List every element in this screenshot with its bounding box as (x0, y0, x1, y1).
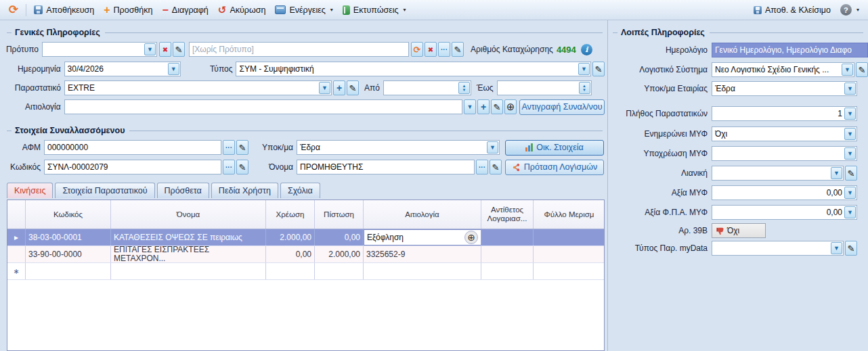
help-button[interactable]: ?▾ (836, 2, 864, 18)
column-header-name[interactable]: Όνομα (111, 200, 266, 229)
cell-code[interactable]: 33-90-00-0000 (26, 246, 111, 262)
myf-value-input[interactable]: 0,00▼ (712, 185, 857, 200)
chevron-down-icon[interactable]: ▼ (319, 82, 330, 94)
cell-credit[interactable] (315, 263, 364, 279)
copy-counterparty-button[interactable]: Αντιγραφή Συναλ/νου (519, 99, 605, 115)
retail-combobox[interactable]: ▼ (712, 166, 844, 181)
type-combobox[interactable]: ΣΥΜ - Συμψηφιστική▼ (236, 62, 591, 76)
cell-contra[interactable] (481, 263, 534, 279)
document-combobox[interactable]: EXTRE▼ (64, 80, 332, 95)
delete-button[interactable]: −Διαγραφή (157, 3, 213, 17)
reason-input[interactable] (64, 99, 462, 114)
myf-updates-combobox[interactable]: Όχι▼ (712, 126, 857, 141)
chevron-down-icon[interactable]: ▼ (844, 187, 856, 199)
edit-name-button[interactable]: ✎ (490, 160, 502, 174)
edit-accounting-system-button[interactable]: ✎ (856, 62, 868, 77)
chevron-down-icon[interactable]: ▼ (842, 64, 853, 76)
cell-sheet[interactable] (534, 263, 605, 279)
table-row[interactable]: ▸ 38-03-00-0001 ΚΑΤΑΘΕΣΕΙΣ ΟΨΕΩΣ ΣΕ πειρ… (7, 229, 604, 246)
add-document-button[interactable]: + (333, 80, 345, 95)
cell-contra[interactable] (481, 246, 534, 262)
doc-count-input[interactable]: 1▼ (712, 106, 857, 121)
cell-debit[interactable] (266, 263, 315, 279)
column-header-code[interactable]: Κωδικός (26, 200, 111, 229)
myf-vat-input[interactable]: 0,00▼ (712, 205, 857, 220)
cell-credit[interactable]: 0,00 (315, 229, 364, 245)
branch-combobox[interactable]: Έδρα▼ (297, 140, 500, 155)
cancel-button[interactable]: ↺Ακύρωση (213, 3, 271, 17)
journal-field[interactable]: Γενικό Ημερολόγιο, Ημερολόγιο Διαφο (712, 43, 868, 57)
template-combobox[interactable]: ▼ (42, 42, 157, 57)
chevron-down-icon[interactable]: ▼ (831, 242, 842, 254)
new-row[interactable]: ∗ (7, 263, 604, 280)
info-icon[interactable]: i (581, 44, 592, 55)
chevron-down-icon[interactable]: ▼ (168, 63, 179, 75)
edit-template-button[interactable]: ✎ (173, 42, 185, 57)
browse-code-button[interactable]: ··· (223, 160, 235, 174)
edit-mydata-type-button[interactable]: ✎ (845, 241, 857, 256)
tab-movements[interactable]: Κινήσεις (7, 183, 53, 198)
column-header-credit[interactable]: Πίστωση (315, 200, 364, 229)
clear-button[interactable]: ✖ (425, 42, 437, 57)
actions-menu-button[interactable]: Ενέργειες▾ (270, 3, 337, 17)
cell-reason-editing[interactable]: Εξόφληση⊕ (364, 229, 481, 245)
edit-button[interactable]: ✎ (452, 42, 464, 57)
chevron-down-icon[interactable]: ▼ (844, 128, 856, 140)
globe-icon[interactable]: ⊕ (504, 99, 517, 114)
refresh-template-button[interactable]: ⟳ (411, 42, 423, 57)
column-header-debit[interactable]: Χρέωση (266, 200, 315, 229)
edit-document-button[interactable]: ✎ (347, 80, 359, 95)
date-picker[interactable]: 30/4/2026▼ (64, 62, 181, 76)
clear-template-button[interactable]: ✖ (159, 42, 171, 57)
refresh-button[interactable]: ⟳ (4, 3, 23, 18)
cell-reason[interactable]: 3325652-9 (364, 246, 481, 262)
globe-icon[interactable]: ⊕ (464, 231, 478, 244)
cell-credit[interactable]: 2.000,00 (315, 246, 364, 262)
cell-name[interactable]: ΚΑΤΑΘΕΣΕΙΣ ΟΨΕΩΣ ΣΕ πειραιως (111, 229, 266, 245)
prints-menu-button[interactable]: Εκτυπώσεις▾ (338, 3, 411, 17)
chevron-down-icon[interactable]: ▼ (487, 141, 498, 154)
cell-code[interactable]: 38-03-00-0001 (26, 229, 111, 245)
chevron-down-icon[interactable]: ▼ (831, 167, 842, 179)
tab-user-fields[interactable]: Πεδία Χρήστη (211, 183, 278, 198)
counterparty-code-input[interactable]: ΣΥΝΛ-00002079 (44, 160, 221, 174)
name-input[interactable]: ΠΡΟΜΗΘΕΥΤΗΣ (297, 160, 475, 174)
browse-button[interactable]: ··· (438, 42, 450, 57)
chevron-down-icon[interactable]: ▼ (844, 147, 856, 160)
tab-additional[interactable]: Πρόσθετα (157, 183, 209, 198)
edit-retail-button[interactable]: ✎ (845, 166, 857, 181)
column-header-reason[interactable]: Αιτιολογία (364, 200, 481, 229)
spinner-icon[interactable]: ▲▼ (579, 82, 590, 94)
edit-code-button[interactable]: ✎ (236, 160, 248, 174)
browse-name-button[interactable]: ··· (476, 160, 488, 174)
edit-reason-button[interactable]: ✎ (491, 99, 503, 114)
to-input[interactable]: ▲▼ (497, 80, 592, 95)
save-button[interactable]: Αποθήκευση (29, 3, 99, 17)
edit-type-button[interactable]: ✎ (592, 62, 605, 76)
table-row[interactable]: 33-90-00-0000 ΕΠΙΤΑΓΕΣ ΕΙΣΠΡΑΚΤΕΕΣ ΜΕΤΑΧ… (7, 246, 604, 263)
cell-sheet[interactable] (534, 246, 605, 262)
column-header-allocation-sheet[interactable]: Φύλλο Μερισμ (534, 200, 605, 229)
cell-name[interactable] (111, 263, 266, 279)
cell-debit[interactable]: 0,00 (266, 246, 315, 262)
myf-obligation-combobox[interactable]: ▼ (712, 146, 857, 161)
cell-sheet[interactable] (534, 229, 605, 245)
cell-debit[interactable]: 2.000,00 (266, 229, 315, 245)
financial-data-button[interactable]: Οικ. Στοιχεία (505, 140, 604, 156)
tab-document-details[interactable]: Στοιχεία Παραστατικού (55, 183, 154, 198)
entries-grid[interactable]: Κωδικός Όνομα Χρέωση Πίστωση Αιτιολογία … (7, 200, 605, 351)
column-header-contra-account[interactable]: Αντίθετος Λογαριασ... (481, 200, 534, 229)
cell-name[interactable]: ΕΠΙΤΑΓΕΣ ΕΙΣΠΡΑΚΤΕΕΣ ΜΕΤΑΧΡΟΝ... (111, 246, 266, 262)
from-input[interactable]: ▲▼ (383, 80, 471, 95)
accounting-system-combobox[interactable]: Νεο Λογιστικό Σχέδιο Γενικής ...▼ (712, 62, 854, 77)
chevron-down-icon[interactable]: ▼ (144, 43, 156, 55)
vat-input[interactable]: 000000000 (44, 140, 221, 155)
chevron-down-icon[interactable]: ▼ (464, 99, 476, 114)
edit-vat-button[interactable]: ✎ (236, 140, 248, 155)
tab-comments[interactable]: Σχόλια (280, 183, 320, 198)
spinner-icon[interactable]: ▲▼ (458, 82, 470, 94)
article-39b-field[interactable]: Όχι (712, 223, 766, 238)
cell-contra[interactable] (481, 229, 534, 245)
chevron-down-icon[interactable]: ▼ (844, 83, 856, 95)
mydata-type-combobox[interactable]: ▼ (712, 241, 844, 256)
